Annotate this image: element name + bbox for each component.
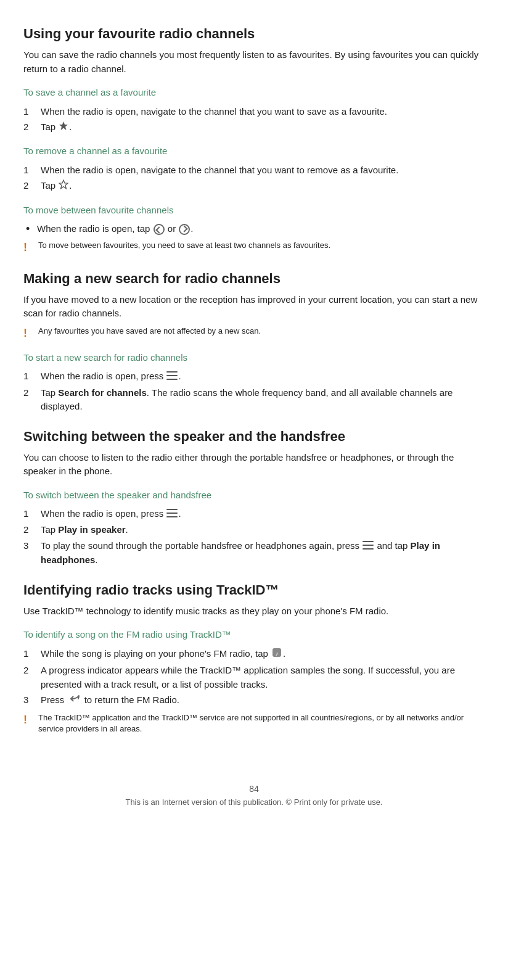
remove-step-2: 2 Tap .	[23, 179, 485, 193]
search-step-1: 1 When the radio is open, press .	[23, 369, 485, 384]
section-heading-speaker: Switching between the speaker and the ha…	[23, 429, 485, 445]
search-step-2: 2 Tap Search for channels. The radio sca…	[23, 386, 485, 414]
svg-marker-0	[59, 121, 68, 130]
switch-steps-list: 1 When the radio is open, press . 2 Tap …	[23, 507, 485, 567]
svg-rect-8	[363, 541, 374, 542]
svg-rect-2	[166, 371, 178, 373]
trackid-note: ! The TrackID™ application and the Track…	[23, 712, 485, 735]
remove-step-1: 1 When the radio is open, navigate to th…	[23, 163, 485, 178]
svg-rect-9	[363, 545, 374, 546]
section-intro-favourite: You can save the radio channels you most…	[23, 48, 485, 76]
identify-steps-list: 1 While the song is playing on your phon…	[23, 647, 485, 709]
move-note: ! To move between favourites, you need t…	[23, 240, 485, 255]
switch-step-3: 3 To play the sound through the portable…	[23, 539, 485, 567]
move-bullet-item: • When the radio is open, tap or .	[26, 222, 485, 236]
menu-icon-2	[166, 508, 178, 522]
save-step-1: 1 When the radio is open, navigate to th…	[23, 105, 485, 119]
menu-icon-1	[166, 370, 178, 384]
subsection-title-move: To move between favourite channels	[23, 204, 485, 218]
search-steps-list: 1 When the radio is open, press . 2 Tap …	[23, 369, 485, 413]
svg-rect-4	[166, 379, 178, 380]
subsection-title-switch: To switch between the speaker and handsf…	[23, 488, 485, 503]
subsection-title-save: To save a channel as a favourite	[23, 86, 485, 100]
star-filled-icon	[59, 121, 68, 135]
arrow-down-icon	[179, 224, 190, 235]
identify-step-3: 3 Press to return the FM Radio.	[23, 693, 485, 709]
subsection-title-start-search: To start a new search for radio channels	[23, 351, 485, 365]
svg-marker-1	[59, 180, 68, 189]
arrow-up-icon	[154, 224, 165, 235]
identify-step-1: 1 While the song is playing on your phon…	[23, 647, 485, 662]
music-trackid-icon: ♪	[271, 647, 282, 662]
svg-rect-3	[166, 375, 178, 376]
section-intro-speaker: You can choose to listen to the radio ei…	[23, 451, 485, 479]
svg-text:♪: ♪	[276, 649, 279, 656]
switch-step-2: 2 Tap Play in speaker.	[23, 523, 485, 537]
svg-rect-5	[166, 509, 178, 510]
svg-rect-7	[166, 516, 178, 517]
page-footer: 84 This is an Internet version of this p…	[23, 784, 485, 807]
identify-step-2: 2 A progress indicator appears while the…	[23, 664, 485, 691]
page-number: 84	[23, 784, 485, 794]
menu-icon-3	[363, 540, 374, 554]
footer-text: This is an Internet version of this publ…	[23, 797, 485, 807]
star-outline-icon	[59, 179, 68, 194]
save-steps-list: 1 When the radio is open, navigate to th…	[23, 105, 485, 135]
save-step-2: 2 Tap .	[23, 120, 485, 134]
svg-rect-6	[166, 513, 178, 514]
section-heading-new-search: Making a new search for radio channels	[23, 271, 485, 287]
subsection-title-identify: To identify a song on the FM radio using…	[23, 628, 485, 642]
section-intro-trackid: Use TrackID™ technology to identify musi…	[23, 604, 485, 619]
back-arrow-icon	[68, 693, 81, 709]
section-heading-favourite: Using your favourite radio channels	[23, 26, 485, 42]
remove-steps-list: 1 When the radio is open, navigate to th…	[23, 163, 485, 194]
subsection-title-remove: To remove a channel as a favourite	[23, 144, 485, 159]
section-intro-new-search: If you have moved to a new location or t…	[23, 293, 485, 321]
svg-rect-10	[363, 548, 374, 550]
section-heading-trackid: Identifying radio tracks using TrackID™	[23, 582, 485, 598]
switch-step-1: 1 When the radio is open, press .	[23, 507, 485, 521]
new-search-note: ! Any favourites you have saved are not …	[23, 326, 485, 341]
